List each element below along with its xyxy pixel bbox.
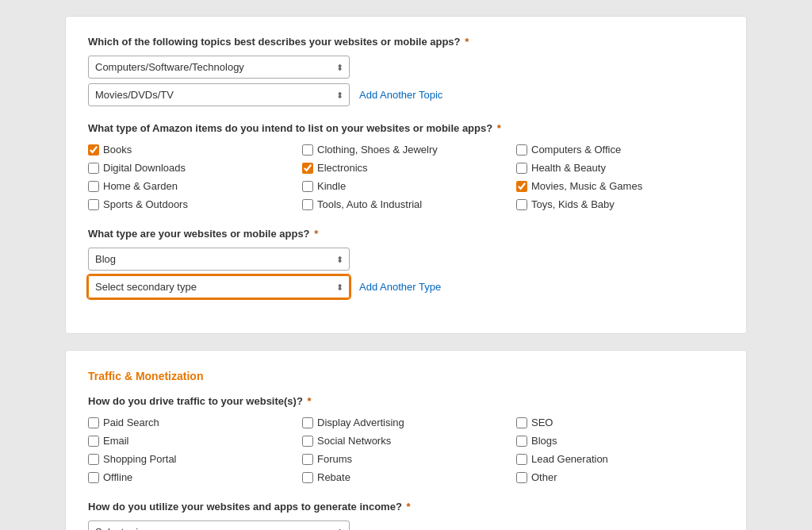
q3-label: What type are your websites or mobile ap… [88,228,724,240]
checkbox-other-input[interactable] [516,472,527,483]
q3-required-star: * [312,228,319,240]
q3-type-secondary-select[interactable]: Select secondary type Blog Content Site … [88,275,350,298]
checkbox-computers: Computers & Office [516,142,724,157]
checkbox-home-label: Home & Garden [103,180,178,192]
checkbox-tools-label: Tools, Auto & Industrial [317,198,422,210]
checkbox-social-networks: Social Networks [302,433,510,448]
checkbox-computers-input[interactable] [516,144,527,156]
checkbox-shopping-portal-input[interactable] [88,454,99,465]
q3-type-primary-wrapper: Blog Content Site Price Comparison Searc… [88,248,350,271]
q1-required-star: * [462,36,469,48]
checkbox-books-label: Books [103,144,132,156]
q1-topic-primary-select[interactable]: Computers/Software/Technology Movies/DVD… [88,56,350,79]
card-topics-type: Which of the following topics best descr… [65,16,747,334]
checkbox-electronics: Electronics [302,160,510,175]
checkbox-seo-input[interactable] [516,417,527,428]
checkbox-shopping-portal: Shopping Portal [88,451,296,467]
checkbox-social-networks-input[interactable] [302,436,313,447]
q3-dropdown2-row: Select secondary type Blog Content Site … [88,275,724,298]
q2-checkbox-grid: Books Clothing, Shoes & Jewelry Computer… [88,142,724,212]
card-traffic-monetization: Traffic & Monetization How do you drive … [65,350,747,530]
checkbox-sports-input[interactable] [88,199,99,210]
q1-label: Which of the following topics best descr… [88,36,724,48]
q4-section: How do you drive traffic to your website… [88,395,724,485]
q3-section: What type are your websites or mobile ap… [88,228,724,298]
checkbox-offline-input[interactable] [88,472,99,483]
q5-income-primary-select[interactable]: Select primary Affiliate Marketing Direc… [88,520,350,530]
checkbox-tools: Tools, Auto & Industrial [302,197,510,212]
checkbox-email-input[interactable] [88,436,99,447]
q2-section: What type of Amazon items do you intend … [88,122,724,212]
checkbox-paid-search: Paid Search [88,415,296,430]
checkbox-health-input[interactable] [516,163,527,174]
q1-dropdown1-row: Computers/Software/Technology Movies/DVD… [88,56,724,79]
checkbox-shopping-portal-label: Shopping Portal [103,453,177,465]
checkbox-rebate-label: Rebate [317,471,350,483]
checkbox-electronics-label: Electronics [317,162,368,174]
checkbox-movies: Movies, Music & Games [516,179,724,194]
checkbox-email: Email [88,433,296,448]
checkbox-books: Books [88,142,296,157]
checkbox-movies-label: Movies, Music & Games [531,180,642,192]
checkbox-forums: Forums [302,451,510,467]
checkbox-health: Health & Beauty [516,160,724,175]
q4-required-star: * [304,395,312,407]
checkbox-forums-input[interactable] [302,454,313,465]
q5-section: How do you utilize your websites and app… [88,501,724,530]
checkbox-digital-label: Digital Downloads [103,162,186,174]
q2-required-star: * [494,122,501,134]
checkbox-movies-input[interactable] [516,181,527,192]
checkbox-blogs-label: Blogs [531,435,557,447]
q5-income-primary-wrapper: Select primary Affiliate Marketing Direc… [88,520,350,530]
checkbox-rebate: Rebate [302,470,510,485]
checkbox-digital-input[interactable] [88,163,99,174]
checkbox-offline: Offline [88,470,296,485]
checkbox-display-advertising-label: Display Advertising [317,417,404,428]
checkbox-tools-input[interactable] [302,199,313,210]
checkbox-digital: Digital Downloads [88,160,296,175]
checkbox-social-networks-label: Social Networks [317,435,391,447]
q4-checkbox-grid: Paid Search Display Advertising SEO Emai… [88,415,724,485]
checkbox-lead-generation: Lead Generation [516,451,724,467]
q1-topic-primary-wrapper: Computers/Software/Technology Movies/DVD… [88,56,350,79]
checkbox-books-input[interactable] [88,144,99,156]
q5-label-text: How do you utilize your websites and app… [88,501,402,513]
q3-type-secondary-wrapper: Select secondary type Blog Content Site … [88,275,350,298]
checkbox-other: Other [516,470,724,485]
checkbox-sports-label: Sports & Outdoors [103,198,188,210]
checkbox-kindle: Kindle [302,179,510,194]
q5-label: How do you utilize your websites and app… [88,501,724,513]
q3-add-type-link[interactable]: Add Another Type [359,281,441,293]
checkbox-rebate-input[interactable] [302,472,313,483]
checkbox-paid-search-input[interactable] [88,417,99,428]
q3-type-primary-select[interactable]: Blog Content Site Price Comparison Searc… [88,248,350,271]
q1-section: Which of the following topics best descr… [88,36,724,106]
q2-label-text: What type of Amazon items do you intend … [88,122,492,134]
checkbox-clothing-input[interactable] [302,144,313,156]
checkbox-display-advertising-input[interactable] [302,417,313,428]
checkbox-electronics-input[interactable] [302,163,313,174]
checkbox-toys-label: Toys, Kids & Baby [531,198,615,210]
q3-dropdown1-row: Blog Content Site Price Comparison Searc… [88,248,724,271]
q2-label: What type of Amazon items do you intend … [88,122,724,134]
q4-label-text: How do you drive traffic to your website… [88,395,303,407]
checkbox-health-label: Health & Beauty [531,162,606,174]
checkbox-offline-label: Offline [103,471,132,483]
checkbox-home-input[interactable] [88,181,99,192]
checkbox-clothing-label: Clothing, Shoes & Jewelry [317,144,438,156]
checkbox-toys: Toys, Kids & Baby [516,197,724,212]
checkbox-kindle-input[interactable] [302,181,313,192]
checkbox-lead-generation-input[interactable] [516,454,527,465]
checkbox-blogs: Blogs [516,433,724,448]
q5-dropdown1-row: Select primary Affiliate Marketing Direc… [88,520,724,530]
checkbox-toys-input[interactable] [516,199,527,210]
checkbox-clothing: Clothing, Shoes & Jewelry [302,142,510,157]
q1-topic-secondary-select[interactable]: Movies/DVDs/TV Computers/Software/Techno… [88,83,350,106]
q1-topic-secondary-wrapper: Movies/DVDs/TV Computers/Software/Techno… [88,83,350,106]
checkbox-other-label: Other [531,471,557,483]
q5-required-star: * [404,501,411,513]
checkbox-blogs-input[interactable] [516,436,527,447]
q1-label-text: Which of the following topics best descr… [88,36,461,48]
q1-add-topic-link[interactable]: Add Another Topic [359,89,442,101]
checkbox-kindle-label: Kindle [317,180,346,192]
